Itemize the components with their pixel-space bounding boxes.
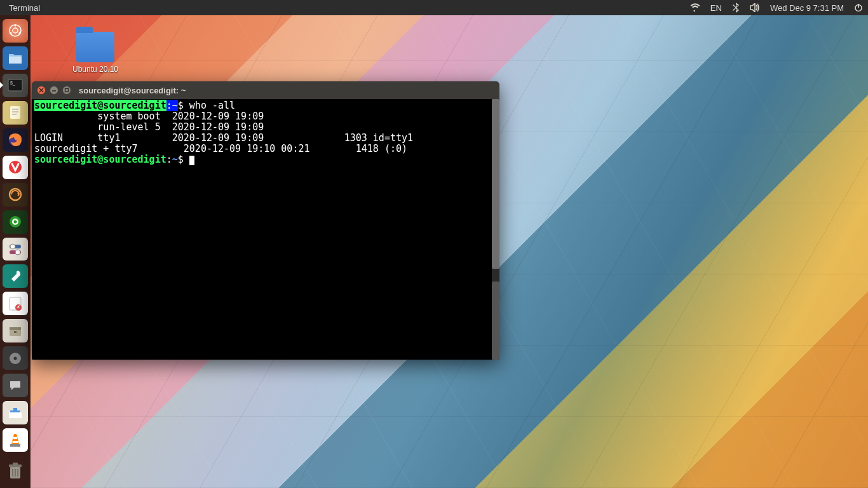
- top-panel: Terminal EN Wed Dec 9 7:31 PM: [0, 0, 868, 15]
- svg-point-23: [15, 250, 20, 255]
- launcher-sync[interactable]: [3, 183, 28, 207]
- svg-point-6: [18, 32, 20, 34]
- svg-point-5: [10, 32, 11, 34]
- desktop-folder[interactable]: Ubuntu 20.10: [64, 32, 127, 74]
- power-icon[interactable]: [849, 0, 868, 15]
- launcher-archive[interactable]: [3, 319, 28, 342]
- window-maximize-button[interactable]: [62, 86, 71, 95]
- launcher-tweaks[interactable]: [3, 264, 28, 288]
- launcher-vlc[interactable]: [3, 428, 28, 452]
- launcher-text-editor[interactable]: [3, 101, 28, 125]
- launcher-firefox[interactable]: [3, 128, 28, 152]
- launcher-terminal[interactable]: $_: [3, 74, 28, 97]
- window-title: sourcedigit@sourcedigit: ~: [79, 86, 186, 95]
- launcher-vivaldi[interactable]: [3, 156, 28, 179]
- svg-point-3: [13, 28, 18, 33]
- svg-point-30: [14, 356, 17, 360]
- svg-rect-38: [13, 463, 18, 465]
- svg-rect-43: [65, 89, 69, 92]
- scrollbar-track-lower: [492, 281, 499, 360]
- window-close-button[interactable]: [37, 86, 46, 95]
- svg-rect-33: [13, 437, 17, 439]
- wifi-icon[interactable]: [685, 0, 705, 15]
- volume-icon[interactable]: [745, 0, 765, 15]
- launcher-chat[interactable]: [3, 374, 28, 397]
- terminal-content: sourcedigit@sourcedigit:~$ who -all syst…: [34, 100, 497, 165]
- launcher-dash[interactable]: [3, 19, 28, 43]
- folder-icon: [76, 32, 114, 62]
- svg-text:$_: $_: [10, 81, 15, 86]
- active-app-title[interactable]: Terminal: [5, 3, 44, 13]
- svg-rect-34: [13, 441, 18, 443]
- launcher-disks[interactable]: [3, 346, 28, 370]
- launcher-shutter[interactable]: [3, 210, 28, 234]
- svg-rect-7: [9, 57, 22, 64]
- launcher-files[interactable]: [3, 46, 28, 70]
- svg-point-2: [10, 25, 21, 36]
- launcher-notes[interactable]: [3, 292, 28, 315]
- svg-point-4: [14, 25, 16, 27]
- terminal-window: sourcedigit@sourcedigit: ~ sourcedigit@s…: [32, 81, 499, 360]
- svg-rect-32: [13, 408, 17, 411]
- window-titlebar[interactable]: sourcedigit@sourcedigit: ~: [32, 81, 499, 99]
- svg-point-21: [10, 244, 15, 249]
- terminal-body[interactable]: sourcedigit@sourcedigit:~$ who -all syst…: [32, 99, 499, 360]
- terminal-scrollbar[interactable]: [492, 99, 499, 360]
- scrollbar-thumb[interactable]: [492, 99, 499, 269]
- svg-rect-28: [14, 331, 17, 333]
- launcher-settings[interactable]: [3, 238, 28, 261]
- terminal-cursor: [189, 156, 194, 165]
- clock[interactable]: Wed Dec 9 7:31 PM: [765, 0, 849, 15]
- launcher-software[interactable]: [3, 401, 28, 424]
- svg-rect-35: [10, 444, 20, 447]
- launcher-dock: $_: [0, 15, 31, 488]
- svg-point-19: [14, 220, 17, 224]
- window-minimize-button[interactable]: [50, 86, 58, 95]
- launcher-trash[interactable]: [3, 459, 28, 483]
- svg-rect-27: [10, 327, 21, 330]
- desktop-folder-label: Ubuntu 20.10: [64, 65, 127, 74]
- svg-rect-10: [10, 106, 20, 119]
- keyboard-layout-indicator[interactable]: EN: [705, 0, 727, 15]
- bluetooth-icon[interactable]: [727, 0, 745, 15]
